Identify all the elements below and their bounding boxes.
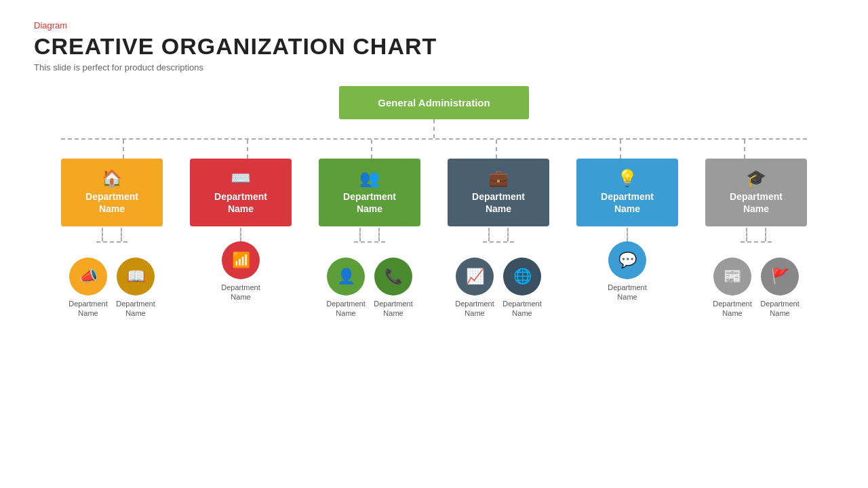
sub-label-3b: DepartmentName bbox=[373, 299, 414, 319]
sub-item-4b: 🌐 DepartmentName bbox=[502, 258, 542, 319]
sub-circle-3a: 👤 bbox=[327, 258, 365, 296]
sub-circle-6b: 🚩 bbox=[761, 258, 799, 296]
subtitle: This slide is perfect for product descri… bbox=[34, 62, 834, 73]
sub-item-4a: 📈 DepartmentName bbox=[454, 258, 495, 319]
vert-connector-5 bbox=[620, 140, 621, 159]
vert-connector-4 bbox=[496, 140, 497, 159]
sub-h-conn-4 bbox=[483, 241, 514, 243]
dept-box-6: 🎓 DepartmentName bbox=[705, 159, 807, 226]
sub-circle-6a: 📰 bbox=[713, 258, 751, 296]
sub-circle-1a: 📣 bbox=[69, 258, 107, 296]
sub-v-conn-4b bbox=[507, 228, 509, 241]
sub-v-conn-3b bbox=[378, 228, 380, 241]
sub-items-2: 📶 DepartmentName bbox=[220, 241, 261, 302]
lightbulb-icon: 💡 bbox=[617, 170, 637, 186]
dept-3-label: DepartmentName bbox=[343, 190, 396, 215]
graduation-icon: 🎓 bbox=[746, 170, 766, 186]
vert-connector-2 bbox=[247, 140, 248, 159]
dept-box-3: 👥 DepartmentName bbox=[319, 159, 420, 226]
sub-v-conn-2 bbox=[240, 228, 241, 241]
vertical-connectors bbox=[61, 140, 807, 159]
sub-v-conn-6a bbox=[746, 228, 747, 241]
diagram-label: Diagram bbox=[34, 20, 834, 30]
org-chart: General Administration 🏠 DepartmentName bbox=[34, 86, 834, 319]
sub-circle-4a: 📈 bbox=[456, 258, 494, 296]
sub-item-1b: 📖 DepartmentName bbox=[115, 258, 156, 319]
sub-item-6a: 📰 DepartmentName bbox=[712, 258, 753, 319]
sub-item-5a: 💬 DepartmentName bbox=[607, 241, 648, 302]
sub-circle-5a: 💬 bbox=[608, 241, 646, 279]
briefcase-icon: 💼 bbox=[488, 170, 509, 186]
sub-items-3: 👤 DepartmentName 📞 DepartmentName bbox=[326, 258, 414, 319]
sub-label-1b: DepartmentName bbox=[115, 299, 156, 319]
dept-column-2: ⌨️ DepartmentName 📶 DepartmentName bbox=[183, 159, 298, 302]
sub-label-4b: DepartmentName bbox=[502, 299, 542, 319]
sub-v-conn-5 bbox=[627, 228, 628, 241]
sub-label-1a: DepartmentName bbox=[68, 299, 108, 319]
sub-label-6a: DepartmentName bbox=[712, 299, 753, 319]
sub-h-conn-6 bbox=[741, 241, 772, 243]
dept-box-2: ⌨️ DepartmentName bbox=[190, 159, 292, 226]
header: Diagram CREATIVE ORGANIZATION CHART This… bbox=[34, 20, 834, 73]
dept-column-6: 🎓 DepartmentName 📰 DepartmentName 🚩 Dep bbox=[698, 159, 814, 319]
home-icon: 🏠 bbox=[102, 170, 122, 186]
dept-4-label: DepartmentName bbox=[472, 190, 525, 215]
dept-column-1: 🏠 DepartmentName 📣 DepartmentName 📖 bbox=[54, 159, 170, 319]
sub-item-3b: 📞 DepartmentName bbox=[373, 258, 414, 319]
sub-items-1: 📣 DepartmentName 📖 DepartmentName bbox=[68, 258, 156, 319]
top-node-label: General Administration bbox=[378, 97, 490, 108]
vert-connector-3 bbox=[371, 140, 372, 159]
dept-box-1: 🏠 DepartmentName bbox=[61, 159, 163, 226]
sub-label-6b: DepartmentName bbox=[760, 299, 800, 319]
sub-item-1a: 📣 DepartmentName bbox=[68, 258, 108, 319]
dept-5-label: DepartmentName bbox=[601, 190, 654, 215]
dept-box-5: 💡 DepartmentName bbox=[576, 159, 678, 226]
top-connector bbox=[433, 119, 435, 138]
sub-item-3a: 👤 DepartmentName bbox=[326, 258, 366, 319]
sub-v-conn-4a bbox=[488, 228, 490, 241]
sub-item-6b: 🚩 DepartmentName bbox=[760, 258, 800, 319]
page: Diagram CREATIVE ORGANIZATION CHART This… bbox=[0, 0, 868, 488]
dept-column-3: 👥 DepartmentName 👤 DepartmentName 📞 Dep bbox=[312, 159, 427, 319]
dept-column-4: 💼 DepartmentName 📈 DepartmentName 🌐 Dep bbox=[441, 159, 556, 319]
sub-v-conn-6b bbox=[765, 228, 766, 241]
sub-items-6: 📰 DepartmentName 🚩 DepartmentName bbox=[712, 258, 800, 319]
sub-circle-3b: 📞 bbox=[374, 258, 412, 296]
sub-circle-2a: 📶 bbox=[222, 241, 260, 279]
dept-2-label: DepartmentName bbox=[214, 190, 267, 215]
sub-items-4: 📈 DepartmentName 🌐 DepartmentName bbox=[454, 258, 542, 319]
sub-items-5: 💬 DepartmentName bbox=[607, 241, 648, 302]
sub-label-2a: DepartmentName bbox=[220, 283, 261, 302]
sub-h-conn-1 bbox=[96, 241, 127, 243]
sub-label-5a: DepartmentName bbox=[607, 283, 648, 302]
sub-circle-4b: 🌐 bbox=[503, 258, 541, 296]
keyboard-icon: ⌨️ bbox=[231, 170, 251, 186]
sub-h-conn-3 bbox=[354, 241, 385, 243]
sub-v-conn-1b bbox=[121, 228, 122, 241]
vert-connector-6 bbox=[744, 140, 745, 159]
main-title: CREATIVE ORGANIZATION CHART bbox=[34, 33, 834, 60]
vert-connector-1 bbox=[123, 140, 124, 159]
sub-v-conn-3a bbox=[359, 228, 361, 241]
sub-v-conn-1a bbox=[102, 228, 103, 241]
sub-circle-1b: 📖 bbox=[117, 258, 155, 296]
sub-label-3a: DepartmentName bbox=[326, 299, 366, 319]
dept-1-label: DepartmentName bbox=[85, 190, 138, 215]
top-node: General Administration bbox=[339, 86, 529, 119]
sub-item-2a: 📶 DepartmentName bbox=[220, 241, 261, 302]
people-icon: 👥 bbox=[359, 170, 380, 186]
dept-box-4: 💼 DepartmentName bbox=[448, 159, 549, 226]
departments-row: 🏠 DepartmentName 📣 DepartmentName 📖 bbox=[47, 159, 821, 319]
sub-label-4a: DepartmentName bbox=[454, 299, 495, 319]
dept-6-label: DepartmentName bbox=[730, 190, 783, 215]
dept-column-5: 💡 DepartmentName 💬 DepartmentName bbox=[570, 159, 685, 302]
